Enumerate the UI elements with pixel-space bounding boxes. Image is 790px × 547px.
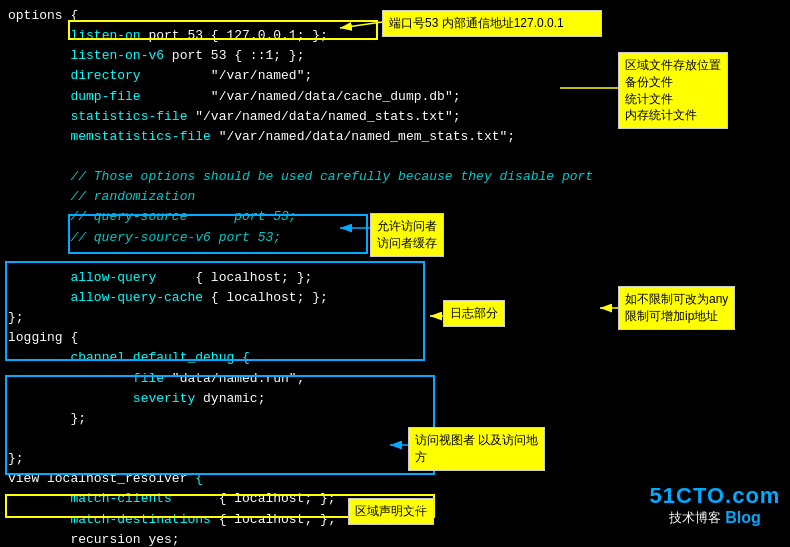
anno5-line1: 如不限制可改为any xyxy=(625,291,728,308)
anno2-line2: 备份文件 xyxy=(625,74,721,91)
code-line-14: allow-query { localhost; }; xyxy=(8,268,632,288)
code-line-8 xyxy=(8,147,632,167)
annotation-port53-text: 端口号53 内部通信地址127.0.0.1 xyxy=(389,16,564,30)
annotation-any: 如不限制可改为any 限制可增加ip地址 xyxy=(618,286,735,330)
annotation-logging: 日志部分 xyxy=(443,300,505,327)
code-line-18: channel default_debug { xyxy=(8,348,632,368)
annotation-allow-query: 允许访问者 访问者缓存 xyxy=(370,213,444,257)
code-line-7: memstatistics-file "/var/named/data/name… xyxy=(8,127,632,147)
annotation-zone-files: 区域文件存放位置 备份文件 统计文件 内存统计文件 xyxy=(618,52,728,129)
anno6-line2: 方 xyxy=(415,449,538,466)
annotation-view: 访问视图者 以及访问地 方 xyxy=(408,427,545,471)
annotation-include: 区域声明文件 xyxy=(348,498,434,525)
watermark-site: 51CTO.com xyxy=(640,483,790,509)
anno7-text: 区域声明文件 xyxy=(355,503,427,520)
anno2-line1: 区域文件存放位置 xyxy=(625,57,721,74)
code-line-15: allow-query-cache { localhost; }; xyxy=(8,288,632,308)
code-line-16: }; xyxy=(8,308,632,328)
anno6-line1: 访问视图者 以及访问地 xyxy=(415,432,538,449)
code-line-12: // query-source-v6 port 53; xyxy=(8,228,632,248)
watermark-sub: 技术博客 xyxy=(669,509,721,527)
code-line-13 xyxy=(8,248,632,268)
code-line-24: view localhost_resolver { xyxy=(8,469,632,489)
watermark: 51CTO.com 技术博客 Blog xyxy=(640,483,790,527)
anno3-line1: 允许访问者 xyxy=(377,218,437,235)
code-line-9: // Those options should be used carefull… xyxy=(8,167,632,187)
code-line-3: listen-on-v6 port 53 { ::1; }; xyxy=(8,46,632,66)
code-line-17: logging { xyxy=(8,328,632,348)
anno4-text: 日志部分 xyxy=(450,305,498,322)
code-line-27: recursion yes; xyxy=(8,530,632,547)
anno3-line2: 访问者缓存 xyxy=(377,235,437,252)
code-line-11: // query-source port 53; xyxy=(8,207,632,227)
code-line-25: match-clients { localhost; }; xyxy=(8,489,632,509)
anno2-line3: 统计文件 xyxy=(625,91,721,108)
code-line-26: match-destinations { localhost; }; xyxy=(8,510,632,530)
code-line-19: file "data/named.run"; xyxy=(8,369,632,389)
anno5-line2: 限制可增加ip地址 xyxy=(625,308,728,325)
code-line-21: }; xyxy=(8,409,632,429)
code-line-6: statistics-file "/var/named/data/named_s… xyxy=(8,107,632,127)
annotation-port53: 端口号53 内部通信地址127.0.0.1 xyxy=(382,10,602,37)
code-line-20: severity dynamic; xyxy=(8,389,632,409)
code-line-10: // randomization xyxy=(8,187,632,207)
code-line-4: directory "/var/named"; xyxy=(8,66,632,86)
anno2-line4: 内存统计文件 xyxy=(625,107,721,124)
code-line-5: dump-file "/var/named/data/cache_dump.db… xyxy=(8,87,632,107)
watermark-blog: Blog xyxy=(725,509,761,527)
